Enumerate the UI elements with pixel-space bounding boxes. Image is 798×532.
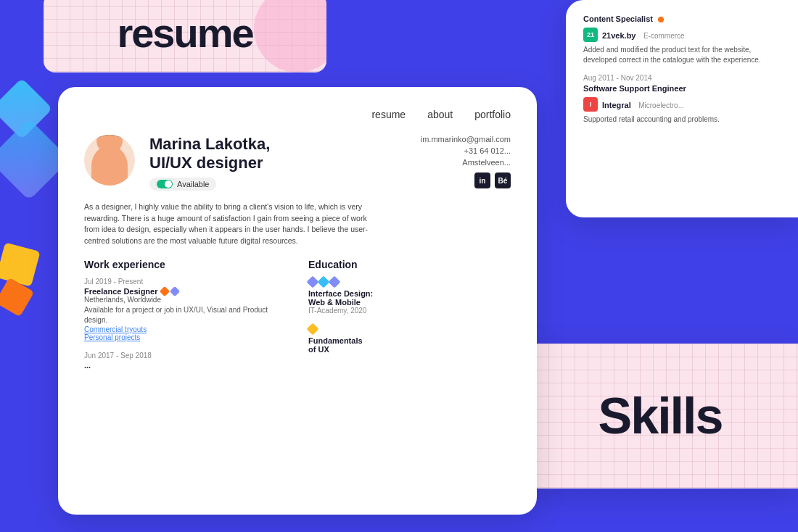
edu-1-icons <box>308 278 511 286</box>
nav-about[interactable]: about <box>427 109 453 120</box>
work-experience-title: Work experience <box>84 259 287 270</box>
right-job-1-logo: 21 <box>583 28 598 42</box>
main-cv-card: resume about portfolio Marina Lakotka, U… <box>58 87 537 515</box>
right-job-2-desc: Supported retail accounting and problems… <box>583 115 781 125</box>
cv-bio: As a designer, I highly value the abilit… <box>84 201 374 247</box>
right-job-1-desc: Added and modified the product text for … <box>583 45 781 65</box>
contact-info: im.mmarinko@gmail.com +31 64 012... Amst… <box>366 135 511 188</box>
job-1-link-2[interactable]: Personal projects <box>84 333 287 341</box>
edu-2-subtitle: of UX <box>308 345 511 354</box>
right-job-1-company-row: 21 21vek.by E-commerce <box>583 28 781 42</box>
status-badge: Available <box>149 178 216 191</box>
resume-card-title: resume <box>117 9 252 57</box>
right-job-1: Content Specialist 21 21vek.by E-commerc… <box>583 14 781 65</box>
right-job-1-badge <box>658 17 664 22</box>
job-1-title: Freelance Designer <box>84 287 287 296</box>
profile-name: Marina Lakotka, UI/UX designer <box>149 135 351 173</box>
avatar <box>84 135 135 186</box>
diamond-1b <box>169 286 179 296</box>
nav-portfolio[interactable]: portfolio <box>474 109 511 120</box>
edu-2: Fundamentals of UX <box>308 325 511 354</box>
right-job-2-company: Integral Microelectro... <box>602 98 684 111</box>
job-1: Jul 2019 - Present Freelance Designer Ne… <box>84 278 287 341</box>
edu-1-school: IT-Academy, 2020 <box>308 307 511 315</box>
right-job-2: Aug 2011 - Nov 2014 Software Support Eng… <box>583 74 781 125</box>
edu-2-icons <box>308 325 511 333</box>
work-experience-section: Work experience Jul 2019 - Present Freel… <box>84 259 287 380</box>
edu-1-title: Interface Design: <box>308 289 511 298</box>
resume-card: resume <box>44 0 326 72</box>
right-job-1-company: 21vek.by E-commerce <box>602 28 685 41</box>
edu-diamond-2a <box>307 323 319 335</box>
right-job-2-title: Software Support Engineer <box>583 84 781 93</box>
edu-diamond-1c <box>329 275 341 288</box>
avatar-body <box>91 146 128 186</box>
right-job-2-logo: I <box>583 97 598 112</box>
job-1-company: Netherlands, Worldwide <box>84 296 287 304</box>
profile-info: Marina Lakotka, UI/UX designer Available <box>149 135 351 191</box>
linkedin-icon[interactable]: in <box>474 173 490 188</box>
contact-email: im.mmarinko@gmail.com <box>421 135 511 144</box>
job-1-desc: Available for a project or job in UX/UI,… <box>84 305 287 325</box>
cv-nav: resume about portfolio <box>84 109 511 120</box>
job-2-date: Jun 2017 - Sep 2018 <box>84 352 287 359</box>
skills-card-title: Skills <box>598 387 723 445</box>
job-1-date: Jul 2019 - Present <box>84 278 287 286</box>
job-2: Jun 2017 - Sep 2018 ... <box>84 352 287 370</box>
contact-phone: +31 64 012... <box>464 146 511 155</box>
right-card: Content Specialist 21 21vek.by E-commerc… <box>566 0 798 217</box>
right-job-1-title: Content Specialist <box>583 14 781 23</box>
edu-1: Interface Design: Web & Mobile IT-Academ… <box>308 278 511 315</box>
job-2-title: ... <box>84 361 287 370</box>
status-toggle[interactable] <box>157 180 173 188</box>
education-title: Education <box>308 259 511 270</box>
edu-2-title: Fundamentals <box>308 336 511 345</box>
cv-columns: Work experience Jul 2019 - Present Freel… <box>84 259 511 380</box>
education-section: Education Interface Design: Web & Mobile… <box>308 259 511 380</box>
right-job-2-company-row: I Integral Microelectro... <box>583 97 781 112</box>
nav-resume[interactable]: resume <box>371 109 406 120</box>
diamond-1a <box>159 286 169 296</box>
skills-card: Skills <box>522 344 798 489</box>
social-icons: in Bé <box>474 173 511 188</box>
status-label: Available <box>177 180 209 188</box>
contact-location: Amstelveen... <box>462 158 511 167</box>
behance-icon[interactable]: Bé <box>495 173 511 188</box>
right-job-2-date: Aug 2011 - Nov 2014 <box>583 74 781 82</box>
job-1-link-1[interactable]: Commercial tryouts <box>84 325 287 333</box>
edu-1-subtitle: Web & Mobile <box>308 298 511 307</box>
